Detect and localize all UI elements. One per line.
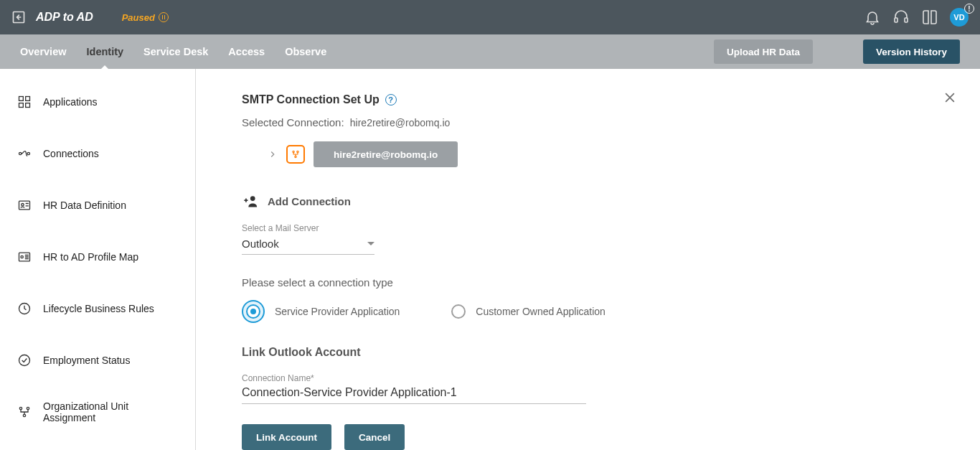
help-icon[interactable]: ? [385, 94, 397, 106]
svg-rect-5 [19, 103, 24, 108]
check-circle-icon [17, 353, 32, 367]
sidebar-item-label: Connections [43, 148, 99, 159]
svg-rect-3 [19, 97, 24, 101]
svg-rect-9 [19, 201, 30, 210]
profile-map-icon [17, 250, 32, 264]
sidebar-item-hr-to-ad-profile-map[interactable]: HR to AD Profile Map [0, 231, 195, 283]
sidebar-item-label: Applications [43, 96, 98, 108]
link-account-button[interactable]: Link Account [242, 424, 331, 450]
connection-name-input[interactable] [242, 383, 586, 404]
sidebar-item-hr-data-definition[interactable]: HR Data Definition [0, 179, 195, 231]
connection-type-prompt: Please select a connection type [242, 276, 934, 289]
add-connection-header: Add Connection [242, 194, 934, 207]
sidebar-item-connections[interactable]: Connections [0, 128, 195, 179]
sidebar-item-lifecycle-business-rules[interactable]: Lifecycle Business Rules [0, 283, 195, 334]
connection-icon [17, 146, 32, 161]
svg-point-12 [21, 256, 23, 258]
link-account-title: Link Outlook Account [242, 346, 934, 359]
connection-chip[interactable]: hire2retire@robomq.io [314, 141, 458, 167]
svg-rect-2 [905, 18, 908, 22]
integration-icon [286, 145, 305, 164]
radio-customer-owned-application[interactable]: Customer Owned Application [451, 304, 606, 319]
svg-point-14 [19, 355, 30, 366]
svg-point-10 [22, 204, 24, 206]
close-icon[interactable] [943, 90, 957, 105]
svg-point-15 [19, 407, 22, 409]
svg-point-18 [293, 151, 294, 152]
svg-point-19 [297, 151, 298, 152]
sidebar-item-label: HR Data Definition [43, 200, 126, 211]
chevron-right-icon[interactable] [268, 149, 278, 159]
tab-access[interactable]: Access [228, 46, 265, 57]
sidebar-item-organizational-unit-assignment[interactable]: Organizational Unit Assignment [0, 386, 195, 438]
sidebar-item-label: HR to AD Profile Map [43, 251, 138, 263]
mail-server-select[interactable]: Outlook [242, 235, 374, 255]
sidebar-item-employment-status[interactable]: Employment Status [0, 334, 195, 386]
tab-service-desk[interactable]: Service Desk [143, 46, 208, 57]
svg-rect-6 [26, 103, 30, 108]
connection-name-label: Connection Name* [242, 373, 934, 383]
svg-point-16 [27, 407, 29, 409]
person-add-icon [242, 194, 258, 207]
tab-observe[interactable]: Observe [285, 46, 326, 57]
cancel-button[interactable]: Cancel [344, 424, 405, 450]
version-history-button[interactable]: Version History [863, 39, 960, 64]
svg-point-8 [27, 152, 29, 154]
id-card-icon [17, 198, 32, 212]
svg-rect-4 [26, 97, 30, 101]
upload-hr-data-button[interactable]: Upload HR Data [714, 39, 813, 64]
svg-point-17 [23, 414, 25, 416]
svg-rect-1 [895, 18, 897, 22]
tab-identity[interactable]: Identity [87, 46, 124, 57]
pause-icon [159, 12, 169, 22]
chevron-down-icon [367, 242, 374, 245]
svg-point-7 [19, 152, 22, 154]
svg-point-21 [250, 196, 255, 201]
book-icon[interactable] [921, 9, 938, 26]
tab-overview[interactable]: Overview [20, 46, 67, 57]
radio-service-provider-application[interactable]: Service Provider Application [242, 300, 400, 323]
avatar[interactable]: VD ! [950, 8, 969, 27]
back-icon[interactable] [11, 10, 26, 24]
mail-server-label: Select a Mail Server [242, 223, 934, 233]
grid-icon [17, 95, 32, 109]
selected-connection-row: Selected Connection: hire2retire@robomq.… [242, 116, 934, 128]
sidebar-item-label: Employment Status [43, 355, 130, 366]
flow-status: Paused [122, 12, 169, 23]
svg-point-20 [295, 156, 296, 157]
avatar-alert-icon: ! [964, 4, 974, 14]
sidebar-item-applications[interactable]: Applications [0, 76, 195, 128]
headset-icon[interactable] [892, 9, 910, 26]
sidebar-item-label: Organizational Unit Assignment [43, 400, 178, 423]
app-title: ADP to AD [36, 11, 93, 24]
sidebar-item-label: Lifecycle Business Rules [43, 303, 154, 314]
page-title: SMTP Connection Set Up ? [242, 93, 934, 106]
lifecycle-icon [17, 301, 32, 316]
bell-icon[interactable] [864, 9, 881, 26]
org-unit-icon [17, 405, 32, 419]
